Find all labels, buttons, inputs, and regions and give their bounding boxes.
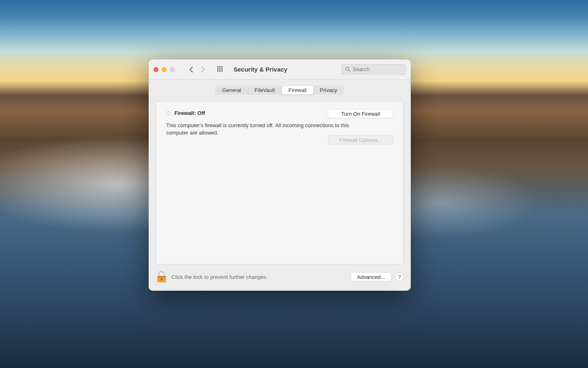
help-button[interactable]: ?	[395, 273, 403, 281]
lock-hint-text: Click the lock to prevent further change…	[172, 274, 268, 280]
firewall-options-button: Firewall Options...	[328, 135, 393, 144]
svg-rect-14	[161, 279, 162, 280]
tab-privacy[interactable]: Privacy	[313, 86, 344, 94]
status-indicator-icon	[166, 111, 170, 115]
search-input[interactable]	[353, 66, 402, 72]
window-zoom-button	[170, 67, 175, 72]
traffic-lights	[154, 67, 175, 72]
firewall-status-label: Firewall: Off	[174, 110, 205, 116]
svg-rect-8	[221, 70, 223, 72]
svg-rect-7	[219, 70, 220, 72]
chevron-right-icon	[201, 66, 205, 73]
window-title: Security & Privacy	[234, 66, 287, 73]
svg-rect-1	[219, 66, 220, 67]
svg-rect-2	[221, 66, 223, 67]
tab-firewall[interactable]: Firewall	[282, 86, 313, 94]
turn-on-firewall-button[interactable]: Turn On Firewall	[328, 109, 393, 118]
svg-rect-0	[217, 66, 218, 67]
forward-button[interactable]	[198, 65, 209, 74]
svg-rect-3	[217, 68, 218, 70]
svg-rect-4	[219, 68, 220, 70]
tab-bar: General FileVault Firewall Privacy	[215, 85, 344, 95]
system-preferences-window: Security & Privacy General FileVault Fir…	[149, 59, 411, 291]
svg-rect-12	[158, 276, 166, 277]
search-field[interactable]	[341, 64, 406, 75]
window-body: General FileVault Firewall Privacy Firew…	[149, 80, 411, 270]
advanced-button[interactable]: Advanced...	[351, 272, 391, 281]
show-all-button[interactable]	[215, 65, 226, 74]
search-icon	[345, 67, 350, 72]
window-titlebar: Security & Privacy	[149, 59, 411, 80]
svg-line-10	[349, 70, 350, 72]
unlock-button[interactable]	[156, 270, 167, 283]
window-footer: Click the lock to prevent further change…	[149, 270, 411, 291]
firewall-description: This computer's firewall is currently tu…	[166, 122, 358, 136]
svg-rect-5	[221, 68, 223, 70]
nav-buttons	[185, 65, 209, 74]
tab-general[interactable]: General	[216, 86, 248, 94]
back-button[interactable]	[185, 65, 197, 74]
grid-icon	[217, 66, 224, 73]
firewall-panel: Firewall: Off Turn On Firewall This comp…	[156, 101, 403, 265]
window-close-button[interactable]	[154, 67, 158, 72]
chevron-left-icon	[189, 66, 193, 73]
lock-open-icon	[156, 271, 167, 283]
svg-rect-6	[217, 70, 218, 72]
window-minimize-button[interactable]	[162, 67, 167, 72]
tab-filevault[interactable]: FileVault	[248, 86, 282, 94]
